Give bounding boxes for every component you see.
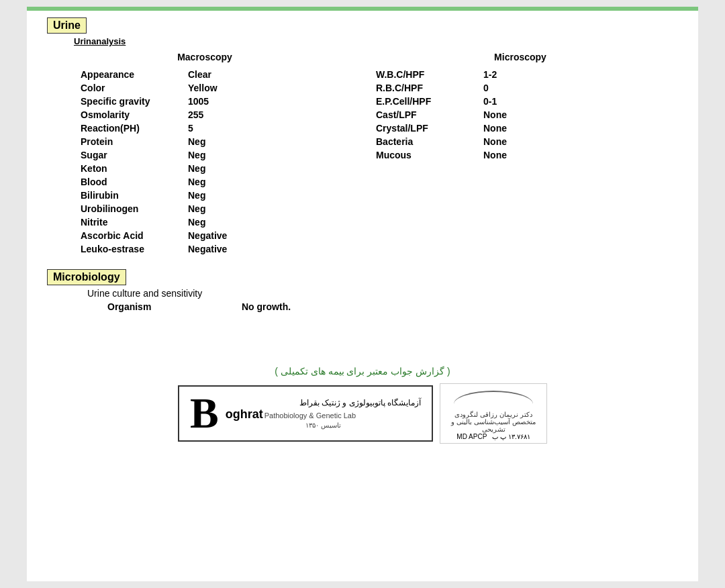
lab-logo-box: B آزمایشگاه پاتوبیولوژی و ژنتیک بقراط og…: [178, 385, 433, 442]
logo-b-letter: B: [190, 392, 219, 435]
table-row: W.B.C/HPF 1-2: [362, 68, 678, 81]
blood-value: Neg: [188, 177, 205, 187]
urobilinogen-label: Urobilinogen: [81, 203, 188, 214]
logo-text-container: آزمایشگاه پاتوبیولوژی و ژنتیک بقراط oghr…: [226, 398, 421, 429]
organism-row: Organism No growth.: [107, 301, 678, 312]
crystal-label: Crystal/LPF: [376, 123, 483, 134]
rbc-value: 0: [483, 83, 489, 93]
urine-title: Urine: [47, 17, 87, 34]
table-row: Specific gravity 1005: [47, 95, 362, 108]
urinanalysis-subtitle: Urinanalysis: [74, 36, 678, 46]
epcell-value: 0-1: [483, 96, 497, 107]
table-row: Mucous None: [362, 148, 678, 162]
logo-founded-text: تاسیس ۱۳۵۰: [226, 422, 421, 429]
logo-oghrat-text: oghrat: [226, 407, 263, 422]
signature-curve-decoration: [454, 391, 533, 418]
logo-arabic-line: آزمایشگاه پاتوبیولوژی و ژنتیک بقراط: [226, 398, 421, 407]
doctor-signature-box: دکتر نریمان رزاقی لنگرودی متخصص آسیب‌شنا…: [440, 383, 547, 444]
table-row: Ascorbic Acid Negative: [47, 229, 362, 242]
microscopy-header: Microscopy: [362, 52, 678, 62]
top-bar: [27, 7, 698, 11]
macroscopy-col: Macroscopy Appearance Clear Color Yellow…: [47, 52, 362, 256]
nitrite-label: Nitrite: [81, 217, 188, 228]
rbc-label: R.B.C/HPF: [376, 83, 483, 93]
microbiology-section: Microbiology Urine culture and sensitivi…: [47, 269, 678, 312]
ascorbic-label: Ascorbic Acid: [81, 230, 188, 241]
doctor-specialty: متخصص آسیب‌شناسی بالینی و تشریحی: [443, 418, 544, 433]
organism-label: Organism: [107, 301, 242, 312]
ascorbic-value: Negative: [188, 230, 227, 241]
bacteria-value: None: [483, 136, 507, 147]
urobilinogen-value: Neg: [188, 203, 205, 214]
bilirubin-label: Bilirubin: [81, 190, 188, 201]
logo-sub-text: Pathobiology & Genetic Lab: [264, 411, 356, 420]
table-row: Reaction(PH) 5: [47, 121, 362, 135]
table-row: Crystal/LPF None: [362, 121, 678, 135]
leuko-value: Negative: [188, 244, 227, 254]
doctor-id: ۱۳.۷۶۸۱ پ ب: [492, 433, 530, 440]
table-row: Blood Neg: [47, 175, 362, 189]
doctor-degree: MD APCP: [456, 433, 487, 440]
osmolarity-value: 255: [188, 109, 203, 120]
reaction-label: Reaction(PH): [81, 123, 188, 134]
footer-arabic-text: ( گزارش جواب معتبر برای بیمه های تکمیلی …: [47, 366, 678, 377]
specific-gravity-label: Specific gravity: [81, 96, 188, 107]
sugar-label: Sugar: [81, 150, 188, 160]
table-row: Protein Neg: [47, 135, 362, 148]
table-row: Urobilinogen Neg: [47, 202, 362, 215]
bilirubin-value: Neg: [188, 190, 205, 201]
mucous-label: Mucous: [376, 150, 483, 160]
table-row: E.P.Cell/HPF 0-1: [362, 95, 678, 108]
osmolarity-label: Osmolarity: [81, 109, 188, 120]
specific-gravity-value: 1005: [188, 96, 209, 107]
urine-culture-subtitle: Urine culture and sensitivity: [87, 288, 678, 299]
color-label: Color: [81, 83, 188, 93]
table-row: Color Yellow: [47, 81, 362, 95]
table-row: Bilirubin Neg: [47, 189, 362, 202]
microscopy-col: Microscopy W.B.C/HPF 1-2 R.B.C/HPF 0 E.P…: [362, 52, 678, 256]
appearance-value: Clear: [188, 69, 211, 80]
appearance-label: Appearance: [81, 69, 188, 80]
cast-value: None: [483, 109, 507, 120]
footer-logo-area: B آزمایشگاه پاتوبیولوژی و ژنتیک بقراط og…: [47, 383, 678, 444]
urine-data-layout: Macroscopy Appearance Clear Color Yellow…: [47, 52, 678, 256]
sugar-value: Neg: [188, 150, 205, 160]
leuko-label: Leuko-estrase: [81, 244, 188, 254]
bacteria-label: Bacteria: [376, 136, 483, 147]
footer-section: ( گزارش جواب معتبر برای بیمه های تکمیلی …: [47, 366, 678, 444]
table-row: Bacteria None: [362, 135, 678, 148]
keton-value: Neg: [188, 163, 205, 174]
reaction-value: 5: [188, 123, 193, 134]
organism-value: No growth.: [242, 301, 291, 312]
logo-en-line: oghrat Pathobiology & Genetic Lab: [226, 407, 421, 422]
wbc-label: W.B.C/HPF: [376, 69, 483, 80]
color-value: Yellow: [188, 83, 218, 93]
protein-value: Neg: [188, 136, 205, 147]
table-row: Sugar Neg: [47, 148, 362, 162]
crystal-value: None: [483, 123, 507, 134]
main-page: Urine Urinanalysis Macroscopy Appearance…: [27, 7, 698, 581]
keton-label: Keton: [81, 163, 188, 174]
urine-section: Urine Urinanalysis Macroscopy Appearance…: [47, 17, 678, 256]
table-row: Cast/LPF None: [362, 108, 678, 121]
table-row: Osmolarity 255: [47, 108, 362, 121]
macroscopy-header: Macroscopy: [47, 52, 362, 62]
table-row: Nitrite Neg: [47, 215, 362, 229]
cast-label: Cast/LPF: [376, 109, 483, 120]
lab-arabic-name: آزمایشگاه پاتوبیولوژی و ژنتیک بقراط: [226, 398, 421, 407]
nitrite-value: Neg: [188, 217, 205, 228]
table-row: Keton Neg: [47, 162, 362, 175]
doctor-credentials: ۱۳.۷۶۸۱ پ ب MD APCP: [456, 433, 530, 440]
mucous-value: None: [483, 150, 507, 160]
epcell-label: E.P.Cell/HPF: [376, 96, 483, 107]
blood-label: Blood: [81, 177, 188, 187]
wbc-value: 1-2: [483, 69, 497, 80]
microbiology-title: Microbiology: [47, 269, 126, 285]
table-row: Leuko-estrase Negative: [47, 242, 362, 256]
protein-label: Protein: [81, 136, 188, 147]
table-row: R.B.C/HPF 0: [362, 81, 678, 95]
table-row: Appearance Clear: [47, 68, 362, 81]
